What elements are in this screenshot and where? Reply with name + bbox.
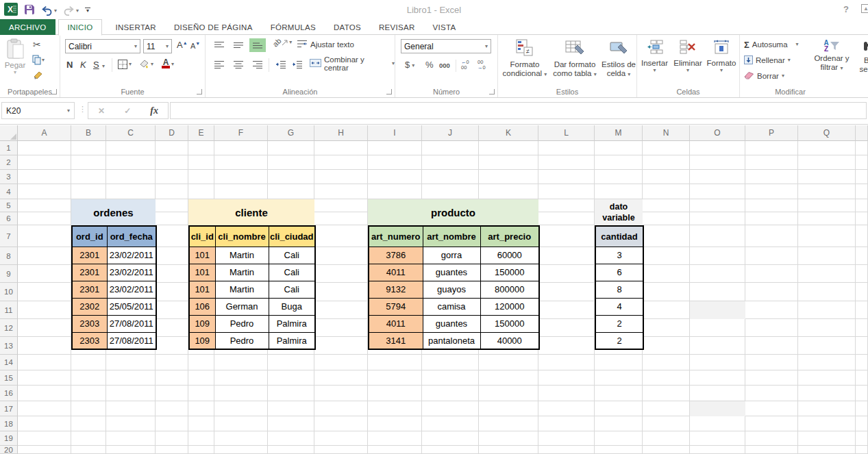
cell[interactable]: Martin [215, 264, 269, 281]
cell[interactable]: 2303 [72, 315, 107, 332]
cell[interactable]: 4 [595, 298, 643, 315]
column-header-F[interactable]: F [214, 125, 268, 141]
tab-diseno-de-pagina[interactable]: DISEÑO DE PÁGINA [165, 19, 262, 35]
sort-filter-button[interactable]: AZ Ordenar y filtrar ▾ [810, 37, 853, 92]
undo-button[interactable]: ▾ [41, 5, 57, 16]
row-header-5[interactable]: 5 [0, 199, 18, 212]
cell[interactable]: guayos [423, 281, 480, 298]
comma-format-icon[interactable]: 000 [439, 62, 450, 69]
insert-cells-button[interactable]: Insertar ▾ [638, 37, 671, 92]
decrease-decimal-icon[interactable]: 00→0 [478, 60, 486, 71]
column-header-L[interactable]: L [538, 125, 595, 141]
row-header-13[interactable]: 13 [0, 337, 18, 355]
chevron-down-icon[interactable]: ▾ [102, 64, 105, 69]
row-header-3[interactable]: 3 [0, 170, 18, 184]
cell[interactable]: 60000 [480, 247, 539, 264]
cell[interactable]: guantes [423, 264, 480, 281]
cell[interactable]: 2303 [72, 332, 107, 349]
row-header-4[interactable]: 4 [0, 184, 18, 199]
row-header-1[interactable]: 1 [0, 141, 18, 155]
formula-bar-drag-handle[interactable]: ⋮ [79, 105, 86, 114]
row-header-2[interactable]: 2 [0, 155, 18, 170]
column-header-cell[interactable]: cli_nombre [215, 226, 269, 247]
paste-button[interactable]: Pegar ▾ [1, 37, 29, 92]
cell[interactable]: 2301 [72, 247, 107, 264]
align-left-icon[interactable] [211, 58, 227, 71]
table-title-ordenes[interactable]: ordenes [71, 199, 156, 225]
customize-qat-icon[interactable]: ▾ [85, 8, 90, 14]
number-dialog-launcher-icon[interactable] [489, 89, 495, 94]
column-header-H[interactable]: H [314, 125, 368, 141]
column-header-C[interactable]: C [106, 125, 156, 141]
cell[interactable]: 150000 [480, 315, 539, 332]
column-header-J[interactable]: J [422, 125, 479, 141]
table-title-dato-variable[interactable]: datovariable [595, 199, 643, 225]
column-header-B[interactable]: B [71, 125, 106, 141]
cell[interactable]: 150000 [480, 264, 539, 281]
sheet-body[interactable]: ordenes ord_idord_fecha 230123/02/2011 2… [18, 141, 868, 454]
increase-indent-icon[interactable] [289, 58, 306, 71]
cell[interactable]: 4011 [369, 264, 423, 281]
decrease-indent-icon[interactable] [273, 58, 289, 71]
row-header-17[interactable]: 17 [0, 401, 18, 416]
tab-vista[interactable]: VISTA [424, 19, 465, 35]
cell[interactable]: 27/08/2011 [107, 315, 156, 332]
column-header-A[interactable]: A [18, 125, 71, 141]
column-header-I[interactable]: I [368, 125, 422, 141]
column-header-cell[interactable]: art_numero [369, 226, 423, 247]
row-header-19[interactable]: 19 [0, 431, 18, 446]
column-header-cell[interactable]: art_precio [480, 226, 539, 247]
cell[interactable]: Cali [269, 281, 315, 298]
cell[interactable]: 2301 [72, 281, 107, 298]
font-color-icon[interactable]: A▾ [162, 58, 174, 68]
row-header-9[interactable]: 9 [0, 265, 18, 283]
cell[interactable]: 2 [595, 315, 643, 332]
row-header-18[interactable]: 18 [0, 416, 18, 431]
table-title-producto[interactable]: producto [368, 199, 538, 225]
cell[interactable]: Palmira [269, 315, 315, 332]
cut-icon[interactable]: ✂ [33, 39, 41, 50]
grow-font-icon[interactable]: A▲ [177, 40, 188, 50]
cell[interactable]: 27/08/2011 [107, 332, 156, 349]
cell[interactable]: 120000 [480, 298, 539, 315]
increase-decimal-icon[interactable]: ←000 [461, 60, 469, 71]
align-top-icon[interactable] [211, 38, 227, 52]
row-header-10[interactable]: 10 [0, 283, 18, 301]
row-header-15[interactable]: 15 [0, 370, 18, 386]
cell[interactable]: Martin [215, 247, 269, 264]
column-header-partial[interactable] [856, 125, 868, 141]
bold-button[interactable]: N [66, 60, 73, 70]
percent-format-icon[interactable]: % [425, 60, 434, 70]
save-icon[interactable] [24, 4, 35, 18]
cell[interactable]: 2302 [72, 298, 107, 315]
fill-color-icon[interactable]: ▾ [138, 59, 153, 69]
column-header-cell[interactable]: cli_id [189, 226, 215, 247]
cancel-entry-icon[interactable]: ✕ [98, 106, 105, 116]
fill-button[interactable]: Rellenar ▾ [744, 55, 791, 66]
wrap-text-button[interactable]: Ajustar texto [297, 39, 354, 50]
number-format-select[interactable]: General▾ [401, 39, 491, 53]
tab-datos[interactable]: DATOS [325, 19, 370, 35]
column-header-E[interactable]: E [188, 125, 214, 141]
row-header-6[interactable]: 6 [0, 212, 18, 225]
ribbon-display-options-icon[interactable]: ▲ [861, 4, 868, 13]
column-header-P[interactable]: P [745, 125, 798, 141]
column-header-Q[interactable]: Q [798, 125, 856, 141]
alignment-dialog-launcher-icon[interactable] [386, 89, 392, 94]
cell[interactable]: 25/05/2011 [107, 298, 156, 315]
column-header-cell[interactable]: ord_id [72, 226, 107, 247]
column-header-M[interactable]: M [595, 125, 643, 141]
cell[interactable]: 2301 [72, 264, 107, 281]
format-painter-icon[interactable] [33, 71, 43, 83]
name-box[interactable]: K20▾ [1, 102, 75, 119]
column-header-K[interactable]: K [479, 125, 538, 141]
cell[interactable]: 2 [595, 332, 643, 349]
find-select-button[interactable]: Bu selec [852, 37, 868, 92]
merge-center-button[interactable]: Combinar y centrar ▾ [310, 58, 395, 69]
tab-revisar[interactable]: REVISAR [370, 19, 424, 35]
column-header-O[interactable]: O [690, 125, 745, 141]
cell[interactable]: German [215, 298, 269, 315]
clear-button[interactable]: Borrar ▾ [744, 71, 784, 81]
tab-inicio[interactable]: INICIO [58, 19, 103, 36]
cell[interactable]: 101 [189, 247, 215, 264]
